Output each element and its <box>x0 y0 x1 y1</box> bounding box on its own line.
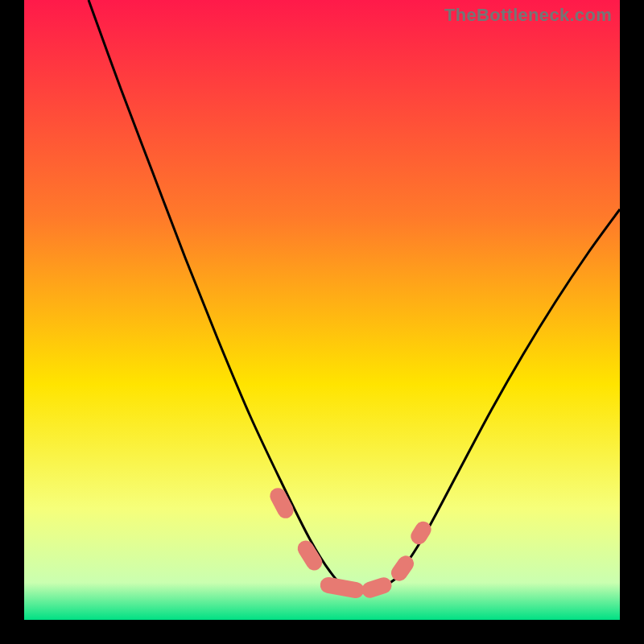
chart-frame <box>24 0 620 620</box>
gradient-background <box>24 0 620 620</box>
watermark-label: TheBottleneck.com <box>444 5 612 26</box>
bottleneck-chart <box>24 0 620 620</box>
